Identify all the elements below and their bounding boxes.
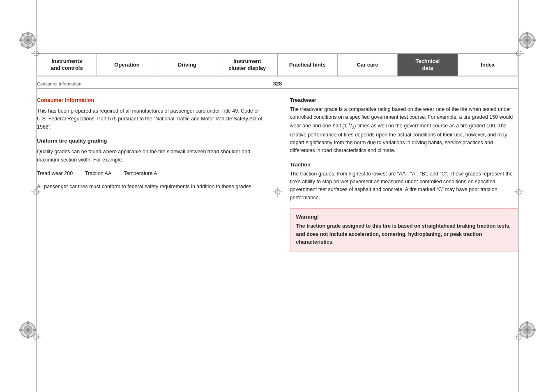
svg-rect-30 xyxy=(518,329,522,331)
example-temperature: Temperature A xyxy=(124,171,157,176)
svg-rect-5 xyxy=(19,39,23,41)
traction-heading: Traction xyxy=(290,161,518,168)
svg-rect-31 xyxy=(532,329,536,331)
page-header: Consumer information 328 xyxy=(37,79,518,89)
crosshair-top-left xyxy=(31,48,41,60)
svg-rect-29 xyxy=(526,335,528,339)
crosshair-bot-left xyxy=(31,332,41,343)
svg-rect-24 xyxy=(33,329,37,331)
quality-heading: Uniform tire quality grading xyxy=(37,138,265,144)
svg-rect-15 xyxy=(526,46,528,49)
svg-rect-16 xyxy=(518,39,522,41)
nav-practical-hints[interactable]: Practical hints xyxy=(278,54,338,76)
svg-point-2 xyxy=(26,39,30,42)
content-area: Consumer information This has been prepa… xyxy=(37,97,518,251)
crosshair-top-right xyxy=(514,48,524,60)
consumer-heading: Consumer information xyxy=(37,97,265,103)
crosshair-mid-left xyxy=(31,187,41,198)
quality-text: Quality grades can be found where applic… xyxy=(37,148,265,164)
deco-top-right xyxy=(520,33,534,48)
warning-title: Warning! xyxy=(296,214,512,220)
svg-rect-28 xyxy=(526,321,528,325)
warning-box: Warning! The traction grade assigned to … xyxy=(290,208,518,251)
example-tread: Tread wear 200 xyxy=(37,171,73,176)
left-column: Consumer information This has been prepa… xyxy=(37,97,274,251)
nav-bar: Instruments and controls Operation Drivi… xyxy=(37,53,518,76)
svg-rect-23 xyxy=(19,329,23,331)
svg-point-12 xyxy=(523,36,531,44)
nav-technical-data[interactable]: Technical data xyxy=(398,54,458,76)
section-title: Consumer information xyxy=(37,81,197,86)
nav-car-care[interactable]: Car care xyxy=(338,54,398,76)
deco-top-left xyxy=(21,33,35,48)
right-column: Treadwear The treadwear grade is a compa… xyxy=(290,97,518,251)
example-traction: Traction AA xyxy=(85,171,111,176)
crosshair-bot-right xyxy=(514,332,524,343)
svg-point-11 xyxy=(520,33,534,48)
svg-point-1 xyxy=(24,36,32,44)
crosshair-mid-center xyxy=(273,187,283,198)
treadwear-heading: Treadwear xyxy=(290,97,518,103)
nav-instruments-and-controls[interactable]: Instruments and controls xyxy=(37,54,97,76)
nav-operation[interactable]: Operation xyxy=(97,54,157,76)
treadwear-text: The treadwear grade is a comparative rat… xyxy=(290,106,518,155)
svg-rect-3 xyxy=(27,32,29,35)
nav-index[interactable]: Index xyxy=(458,54,518,76)
conformity-text: All passenger car tires must conform to … xyxy=(37,183,265,191)
svg-rect-4 xyxy=(27,46,29,49)
crosshair-mid-right xyxy=(514,187,524,198)
warning-text: The traction grade assigned to this tire… xyxy=(296,222,512,246)
intro-text: This has been prepared as required of al… xyxy=(37,107,265,131)
svg-rect-17 xyxy=(532,39,536,41)
nav-driving[interactable]: Driving xyxy=(157,54,217,76)
svg-point-20 xyxy=(26,328,30,332)
svg-rect-14 xyxy=(526,32,528,35)
svg-rect-21 xyxy=(27,321,29,325)
svg-rect-6 xyxy=(33,39,37,41)
svg-rect-22 xyxy=(27,335,29,339)
svg-point-19 xyxy=(24,326,32,334)
svg-point-26 xyxy=(523,326,531,334)
svg-point-27 xyxy=(525,328,529,332)
svg-point-13 xyxy=(525,39,529,42)
nav-instrument-cluster-display[interactable]: Instrument cluster display xyxy=(217,54,277,76)
page-number: 328 xyxy=(197,81,357,87)
example-row: Tread wear 200 Traction AA Temperature A xyxy=(37,171,265,176)
traction-text: The traction grades, from highest to low… xyxy=(290,170,518,202)
